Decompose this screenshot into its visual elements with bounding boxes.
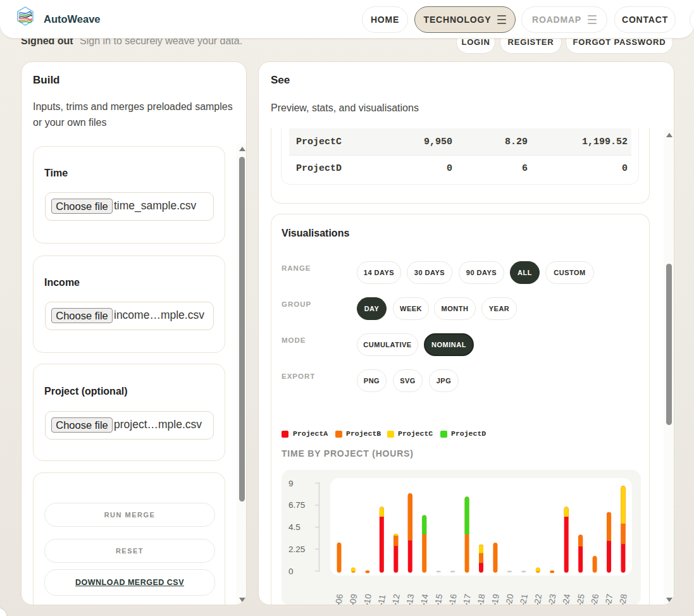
svg-text:9: 9	[288, 479, 294, 488]
svg-text:4.5: 4.5	[288, 522, 301, 532]
svg-text:06: 06	[334, 593, 345, 604]
svg-text:24: 24	[561, 593, 572, 605]
svg-text:2.25: 2.25	[288, 545, 305, 554]
svg-text:19: 19	[490, 593, 501, 604]
svg-text:09: 09	[348, 593, 359, 604]
svg-text:18: 18	[476, 593, 486, 604]
svg-text:27: 27	[604, 593, 614, 604]
svg-text:26: 26	[590, 593, 600, 604]
svg-text:14: 14	[419, 593, 430, 605]
svg-text:22: 22	[533, 593, 543, 604]
svg-text:12: 12	[390, 593, 401, 604]
svg-text:15: 15	[433, 593, 444, 604]
svg-text:13: 13	[405, 593, 416, 604]
svg-text:21: 21	[519, 593, 530, 604]
svg-text:20: 20	[504, 593, 515, 604]
svg-text:28: 28	[618, 593, 629, 604]
svg-text:17: 17	[462, 593, 473, 604]
svg-text:6.75: 6.75	[288, 500, 305, 510]
svg-text:10: 10	[362, 593, 373, 604]
svg-text:25: 25	[575, 593, 586, 604]
svg-text:0: 0	[288, 567, 294, 576]
svg-text:23: 23	[547, 593, 557, 604]
svg-text:16: 16	[447, 593, 458, 604]
svg-text:11: 11	[376, 594, 387, 604]
